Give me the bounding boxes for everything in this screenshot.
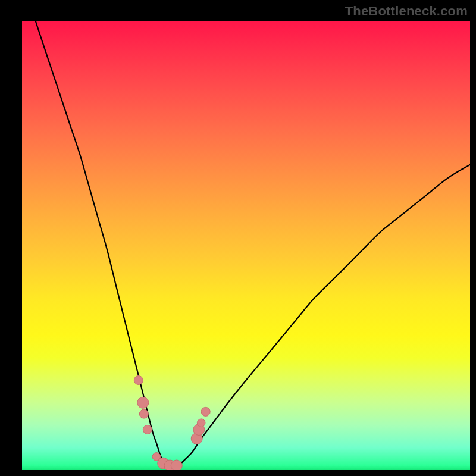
data-marker: [139, 409, 148, 418]
data-marker: [197, 419, 205, 427]
data-marker: [171, 460, 182, 470]
data-marker: [137, 397, 149, 408]
watermark-text: TheBottleneck.com: [345, 4, 468, 19]
data-marker: [134, 376, 143, 385]
bottleneck-curve: [36, 21, 470, 468]
chart-frame: TheBottleneck.com: [0, 0, 476, 476]
marker-group: [134, 376, 210, 471]
data-marker: [143, 425, 152, 434]
curve-layer: [22, 21, 470, 470]
data-marker: [201, 407, 210, 416]
